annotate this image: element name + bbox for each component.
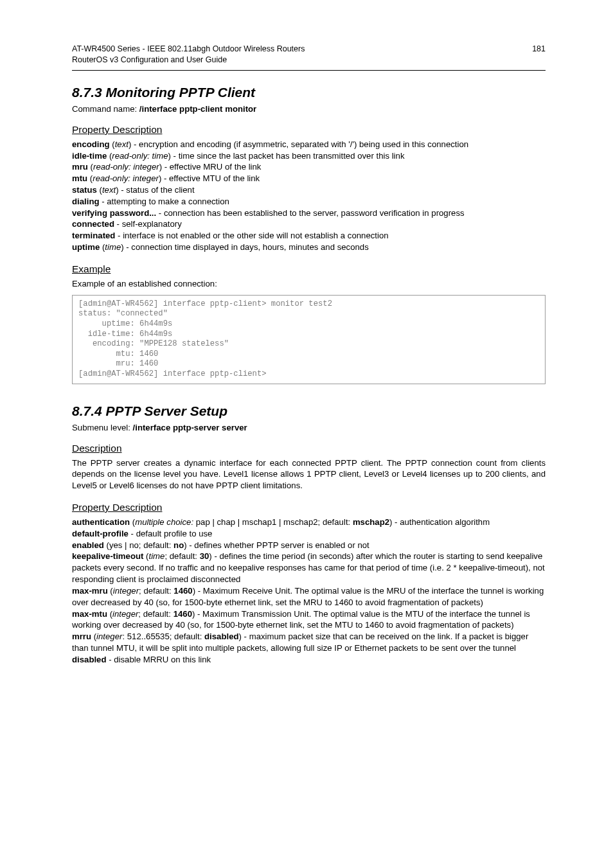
prop-type: read-only: time [112,151,168,161]
prop-name: disabled [72,655,107,664]
submenu-value: /interface pptp-server server [133,423,247,432]
header-line2: RouterOS v3 Configuration and User Guide [72,55,305,66]
server-property-description-heading: Property Description [72,502,546,513]
section-heading-monitor: 8.7.3 Monitoring PPTP Client [72,85,546,100]
page-header: AT-WR4500 Series - IEEE 802.11abgh Outdo… [72,44,546,71]
prop-default: 1460 [173,586,192,596]
section-heading-server: 8.7.4 PPTP Server Setup [72,403,546,419]
prop-options: (yes | no; default: [104,540,173,550]
prop-desc: - interface is not enabled or the other … [115,231,388,240]
prop-type: integer [96,632,122,641]
property-description-heading: Property Description [72,124,546,136]
header-line1: AT-WR4500 Series - IEEE 802.11abgh Outdo… [72,44,305,55]
command-name-label: Command name: [72,104,139,114]
prop-desc: ) - effective MRU of the link [159,162,262,172]
submenu-label: Submenu level: [72,423,133,432]
prop-name: authentication [72,517,130,527]
page-number: 181 [532,44,546,66]
description-heading: Description [72,443,546,454]
example-intro: Example of an established connection: [72,278,546,290]
prop-type: text [102,185,116,195]
prop-name: default-profile [72,529,129,538]
prop-name: enabled [72,540,104,550]
example-heading: Example [72,263,546,275]
prop-name: mtu [72,173,87,183]
prop-desc: - self-explanatory [114,219,182,229]
prop-name: connected [72,219,114,229]
prop-options: pap | chap | mschap1 | mschap2; default: [193,517,353,527]
prop-name: verifying password... [72,208,156,218]
prop-name: idle-time [72,151,107,161]
prop-name: keepalive-timeout [72,551,143,561]
prop-type: time [148,551,164,561]
prop-name: max-mtu [72,609,107,619]
prop-desc: ) - effective MTU of the link [159,173,260,183]
prop-desc: ) - connection time displayed in days, h… [121,242,369,252]
prop-name: mrru [72,632,91,641]
submenu-line: Submenu level: /interface pptp-server se… [72,423,546,432]
prop-name: mru [72,162,88,172]
prop-desc: ) - defines whether PPTP server is enabl… [184,540,369,550]
server-properties: authentication (multiple choice: pap | c… [72,517,546,666]
prop-desc: ) - status of the client [116,185,194,195]
prop-type: time [105,242,121,252]
prop-type: read-only: integer [93,162,159,172]
prop-desc: - connection has been established to the… [156,208,464,218]
prop-name: dialing [72,197,100,206]
prop-desc: ) - defines the time period (in seconds)… [72,551,545,584]
prop-desc: - default profile to use [129,529,212,538]
prop-default: 30 [200,551,209,561]
prop-desc: ) - authentication algorithm [389,517,490,527]
prop-name: status [72,185,97,195]
prop-default: 1460 [173,609,192,619]
server-description: The PPTP server creates a dynamic interf… [72,457,546,492]
prop-type: read-only: integer [93,173,159,183]
prop-default: disabled [204,632,239,641]
prop-name: uptime [72,242,100,252]
prop-type: text [115,139,129,149]
prop-desc: - attempting to make a connection [100,197,229,206]
prop-type: integer [112,609,138,619]
prop-default: mschap2 [353,517,389,527]
prop-name: max-mru [72,586,108,596]
prop-name: terminated [72,231,115,240]
prop-desc: ) - encryption and encoding (if asymmetr… [129,139,468,149]
monitor-properties: encoding (text) - encryption and encodin… [72,139,546,253]
command-name-line: Command name: /interface pptp-client mon… [72,104,546,114]
prop-type: integer [113,586,139,596]
command-name-value: /interface pptp-client monitor [139,104,256,114]
prop-name: encoding [72,139,110,149]
prop-default: no [173,540,184,550]
prop-type: multiple choice: [135,517,193,527]
prop-desc: - disable MRRU on this link [107,655,211,664]
prop-desc: ) - time since the last packet has been … [168,151,405,161]
code-block: [admin@AT-WR4562] interface pptp-client>… [72,295,546,384]
